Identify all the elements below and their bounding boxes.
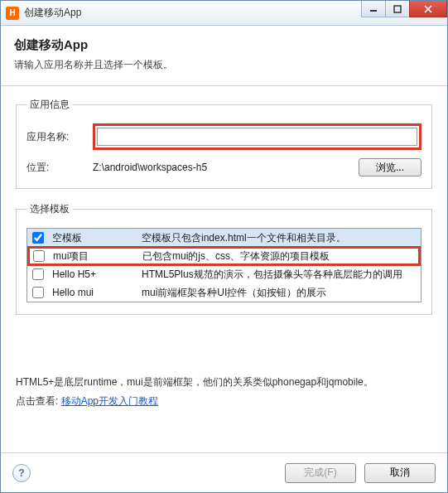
page-subtitle: 请输入应用名称并且选择一个模板。 (14, 58, 434, 72)
template-desc: mui前端框架各种UI控件（如按钮）的展示 (142, 286, 416, 300)
dialog-header: 创建移动App 请输入应用名称并且选择一个模板。 (1, 26, 447, 85)
help-icon[interactable]: ? (12, 464, 31, 482)
template-row[interactable]: 空模板空模板只包含index.html一个文件和相关目录。 (27, 229, 421, 247)
template-row[interactable]: Hello H5+HTML5Plus规范的演示，包括摄像头等各种底层能力的调用 (27, 265, 421, 283)
close-button[interactable] (409, 1, 447, 17)
template-desc: 空模板只包含index.html一个文件和相关目录。 (142, 231, 416, 245)
app-name-input[interactable] (97, 128, 417, 146)
template-row[interactable]: Hello muimui前端框架各种UI控件（如按钮）的展示 (27, 283, 421, 302)
browse-button[interactable]: 浏览... (359, 158, 422, 176)
tutorial-link[interactable]: 移动App开发入门教程 (61, 395, 158, 407)
dialog-footer: ? 完成(F) 取消 (1, 452, 447, 492)
finish-button[interactable]: 完成(F) (285, 463, 356, 483)
location-label: 位置: (26, 161, 93, 175)
app-name-label: 应用名称: (26, 130, 93, 144)
app-info-legend: 应用信息 (26, 98, 73, 112)
svg-rect-1 (394, 6, 401, 12)
template-checkbox[interactable] (32, 232, 44, 244)
template-list: 空模板空模板只包含index.html一个文件和相关目录。mui项目已包含mui… (26, 228, 422, 302)
note-line2-prefix: 点击查看: (16, 395, 58, 407)
app-icon: H (6, 7, 19, 20)
page-title: 创建移动App (14, 37, 434, 53)
note-line1: HTML5+是底层runtime，mui是前端框架，他们的关系类似phonega… (16, 373, 432, 392)
template-checkbox[interactable] (32, 268, 44, 280)
minimize-button[interactable] (361, 1, 386, 17)
template-name: mui项目 (53, 249, 142, 263)
template-desc: HTML5Plus规范的演示，包括摄像头等各种底层能力的调用 (142, 268, 416, 282)
note-text: HTML5+是底层runtime，mui是前端框架，他们的关系类似phonega… (16, 373, 432, 411)
location-value: Z:\android\workspaces-h5 (93, 162, 350, 173)
app-name-highlight (93, 123, 422, 150)
maximize-button[interactable] (385, 1, 410, 17)
template-row[interactable]: mui项目已包含mui的js、css、字体资源的项目模板 (27, 246, 421, 266)
template-checkbox[interactable] (32, 287, 44, 298)
template-group: 选择模板 空模板空模板只包含index.html一个文件和相关目录。mui项目已… (16, 202, 432, 315)
template-name: Hello mui (52, 287, 142, 298)
title-bar: H 创建移动App (1, 1, 447, 26)
template-checkbox[interactable] (33, 250, 45, 262)
app-info-group: 应用信息 应用名称: 位置: Z:\android\workspaces-h5 … (16, 98, 432, 189)
template-desc: 已包含mui的js、css、字体资源的项目模板 (142, 249, 415, 263)
cancel-button[interactable]: 取消 (364, 463, 436, 483)
template-name: 空模板 (52, 231, 142, 245)
window-title: 创建移动App (24, 6, 81, 20)
template-name: Hello H5+ (52, 268, 142, 280)
template-legend: 选择模板 (26, 202, 73, 216)
